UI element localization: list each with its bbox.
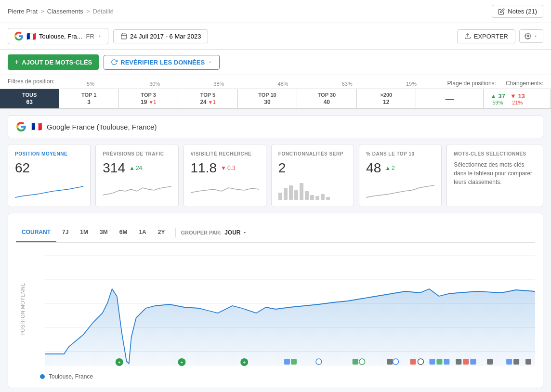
breadcrumb-part1[interactable]: Pierre Prat [8, 8, 38, 15]
chevron-down-group-icon [242, 230, 247, 235]
filter-count-top1: 3 [61, 99, 116, 105]
svg-rect-35 [506, 359, 512, 365]
metrics-grid: POSITION MOYENNE 62 PRÉVISIONS DE TRAFIC… [8, 144, 543, 207]
filter-tab-tous[interactable]: TOUS 63 [0, 89, 59, 109]
export-label: EXPORTER [474, 33, 508, 40]
svg-rect-33 [470, 359, 476, 365]
legend-dot [40, 374, 45, 379]
mini-chart-trafic [103, 181, 171, 200]
filters-label: Filtres de position: [8, 78, 54, 89]
filter-tab-top10[interactable]: TOP 10 30 [238, 89, 297, 109]
date-range-button[interactable]: 24 Juil 2017 - 6 Mar 2023 [113, 29, 208, 43]
export-button[interactable]: EXPORTER [457, 29, 515, 43]
filter-count-200: 12 [359, 99, 414, 105]
filter-tab-top5[interactable]: TOP 5 24 ▼1 [178, 89, 237, 109]
location-country: FR [86, 33, 94, 40]
right-filters: Plage de positions: Changements: [447, 80, 543, 89]
breadcrumb-sep2: > [86, 8, 90, 15]
svg-point-23 [359, 359, 365, 365]
time-tab-6m[interactable]: 6M [114, 223, 133, 242]
reverify-button[interactable]: REVÉRIFIER LES DONNÉES [104, 55, 220, 70]
svg-rect-32 [463, 359, 469, 365]
filter-tab-label-top5: TOP 5 [180, 92, 235, 98]
chevron-down-icon [97, 34, 102, 39]
time-tab-courant[interactable]: COURANT [16, 223, 56, 242]
top-bar: Pierre Prat > Classements > Détaillé Not… [0, 0, 551, 23]
filter-tab-label-top1: TOP 1 [61, 92, 116, 98]
serp-bar-8 [315, 196, 319, 200]
metric-change-trafic: ▲ 24 [129, 165, 142, 171]
time-tab-1a[interactable]: 1A [133, 223, 152, 242]
filter-tab-top3[interactable]: TOP 3 19 ▼1 [119, 89, 178, 109]
changes-down-count: ▼ 13 [510, 92, 525, 100]
upload-icon [464, 33, 471, 39]
add-keywords-label: AJOUT DE MOTS-CLÉS [22, 59, 92, 66]
plage-label: Plage de positions: [447, 80, 496, 89]
edit-icon [498, 8, 505, 15]
filter-tab-200[interactable]: >200 12 [357, 89, 416, 109]
filter-count-top5: 24 ▼1 [180, 99, 235, 105]
filter-tab-top1[interactable]: TOP 1 3 [59, 89, 118, 109]
notes-text-mots-cles: Sélectionnez des mots-clés dans le table… [454, 160, 536, 186]
toolbar-left: 🇫🇷 Toulouse, Fra... FR 24 Juil 2017 - 6 … [8, 28, 208, 44]
group-by-select[interactable]: JOUR [224, 229, 247, 236]
settings-button[interactable] [519, 29, 543, 43]
location-button[interactable]: 🇫🇷 Toulouse, Fra... FR [8, 28, 108, 44]
time-tab-3m[interactable]: 3M [94, 223, 114, 242]
group-by-label: GROUPER PAR: [181, 230, 222, 235]
svg-point-27 [418, 359, 423, 365]
plage-box[interactable]: — [416, 89, 484, 109]
metric-card-serp: FONCTIONNALITÉS SERP 2 [271, 144, 354, 207]
add-keywords-button[interactable]: + AJOUT DE MOTS-CLÉS [8, 54, 99, 70]
pct-0: 5% [58, 81, 122, 89]
breadcrumb-sep1: > [40, 8, 44, 15]
mini-chart-visibilite [191, 181, 259, 200]
pct-2: 38% [187, 81, 251, 89]
notes-button[interactable]: Notes (21) [492, 5, 543, 18]
metric-card-mots-cles: MOTS-CLÉS SÉLECTIONNÉS Sélectionnez des … [446, 144, 543, 207]
filter-tab-label-top30: TOP 30 [299, 92, 354, 98]
serp-bar-5 [300, 183, 303, 200]
serp-bars [278, 181, 347, 200]
filter-count-top10: 30 [240, 99, 295, 105]
pct-3: 48% [251, 81, 315, 89]
svg-rect-34 [487, 359, 493, 365]
flag-engine: 🇫🇷 [31, 121, 42, 132]
time-tab-7j[interactable]: 7J [56, 223, 74, 242]
breadcrumb-part2[interactable]: Classements [47, 8, 83, 15]
pct-1: 30% [123, 81, 187, 89]
filter-count-tous: 63 [2, 99, 57, 105]
changes-up-pct: 59% [492, 100, 503, 105]
metric-title-serp: FONCTIONNALITÉS SERP [278, 151, 347, 157]
changes-label: Changements: [506, 80, 543, 89]
metric-value-trafic: 314 ▲ 24 [103, 160, 171, 176]
google-icon [14, 31, 24, 41]
changes-up-section: ▲ 37 59% [490, 92, 505, 105]
toolbar-right: EXPORTER [457, 29, 543, 43]
svg-rect-37 [525, 359, 531, 365]
metric-value-top10: 48 ▲ 2 [366, 160, 434, 176]
filter-tab-label-tous: TOUS [2, 92, 57, 98]
serp-bar-1 [278, 193, 282, 200]
legend-label: Toulouse, France [49, 373, 93, 380]
metric-change-top10: ▲ 2 [385, 165, 395, 171]
chart-y-label: POSITION MOYENNE [20, 283, 26, 335]
serp-bar-10 [326, 197, 330, 200]
svg-text:+: + [181, 360, 184, 365]
svg-rect-0 [121, 34, 127, 39]
metric-value-serp: 2 [278, 160, 347, 176]
toolbar: 🇫🇷 Toulouse, Fra... FR 24 Juil 2017 - 6 … [0, 23, 551, 50]
time-tab-2y[interactable]: 2Y [152, 223, 171, 242]
filter-tab-label-200: >200 [359, 92, 414, 98]
serp-bar-7 [310, 195, 314, 200]
plus-icon: + [14, 58, 19, 66]
changes-box: ▲ 37 59% ▼ 13 21% [484, 89, 551, 109]
svg-point-5 [527, 35, 529, 37]
serp-bar-9 [321, 194, 325, 200]
serp-bar-2 [284, 188, 288, 200]
svg-rect-36 [513, 359, 519, 365]
date-range-label: 24 Juil 2017 - 6 Mar 2023 [130, 33, 201, 40]
time-tab-1m[interactable]: 1M [74, 223, 94, 242]
breadcrumb-part3: Détaillé [92, 8, 113, 15]
filter-tab-top30[interactable]: TOP 30 40 [297, 89, 356, 109]
